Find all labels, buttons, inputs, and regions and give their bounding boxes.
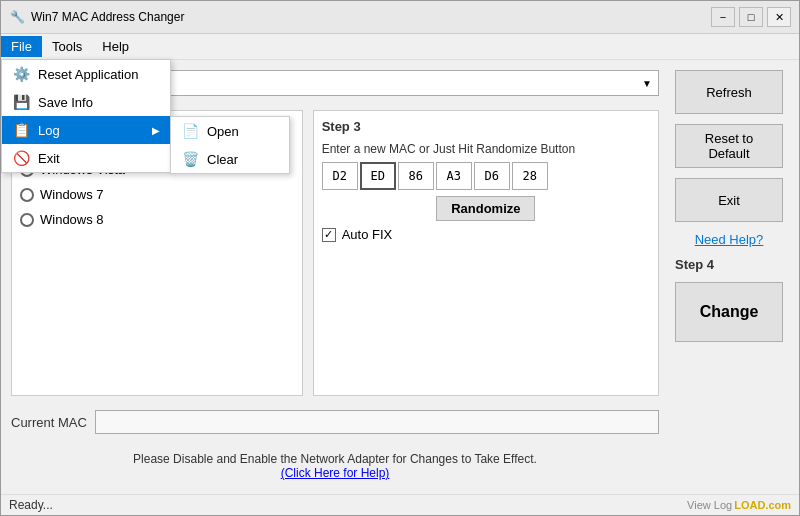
open-label: Open: [207, 124, 239, 139]
open-icon: 📄: [181, 122, 199, 140]
change-button[interactable]: Change: [675, 282, 783, 342]
window-title: Win7 MAC Address Changer: [31, 10, 711, 24]
clear-label: Clear: [207, 152, 238, 167]
auto-fix-row: ✓ Auto FIX: [322, 227, 650, 242]
log-item[interactable]: 📋 Log ▶ 📄 Open 🗑️ Clear: [2, 116, 170, 144]
log-submenu: 📄 Open 🗑️ Clear: [170, 116, 290, 174]
refresh-button[interactable]: Refresh: [675, 70, 783, 114]
exit-item[interactable]: 🚫 Exit: [2, 144, 170, 172]
info-text: Please Disable and Enable the Network Ad…: [11, 448, 659, 484]
exit-icon: 🚫: [12, 149, 30, 167]
help-menu[interactable]: Help: [92, 36, 139, 57]
log-open-item[interactable]: 📄 Open: [171, 117, 289, 145]
menu-bar: File Tools Help ⚙️ Reset Application 💾 S…: [1, 34, 799, 60]
help-link[interactable]: (Click Here for Help): [281, 466, 390, 480]
auto-fix-label: Auto FIX: [342, 227, 393, 242]
radio-windows-7[interactable]: Windows 7: [20, 187, 294, 202]
mac-part-2[interactable]: ED: [360, 162, 396, 190]
log-label: Log: [38, 123, 60, 138]
info-line1: Please Disable and Enable the Network Ad…: [11, 452, 659, 466]
save-label: Save Info: [38, 95, 93, 110]
window-controls: − □ ✕: [711, 7, 791, 27]
file-dropdown: ⚙️ Reset Application 💾 Save Info 📋 Log ▶…: [1, 59, 171, 173]
info-line2[interactable]: (Click Here for Help): [11, 466, 659, 480]
load-logo: View Log LOAD.com: [687, 499, 791, 511]
status-text: Ready...: [9, 498, 53, 512]
chevron-down-icon: ▼: [642, 78, 652, 89]
randomize-area: Randomize: [322, 196, 650, 221]
current-mac-label: Current MAC: [11, 415, 87, 430]
log-clear-item[interactable]: 🗑️ Clear: [171, 145, 289, 173]
mac-part-4[interactable]: A3: [436, 162, 472, 190]
close-button[interactable]: ✕: [767, 7, 791, 27]
right-panel: Refresh Reset to Default Exit Need Help?…: [669, 70, 789, 484]
step3-title: Step 3: [322, 119, 650, 134]
reset-label: Reset Application: [38, 67, 138, 82]
save-icon: 💾: [12, 93, 30, 111]
step3-box: Step 3 Enter a new MAC or Just Hit Rando…: [313, 110, 659, 396]
mac-part-3[interactable]: 86: [398, 162, 434, 190]
status-bar: Ready... View Log LOAD.com: [1, 494, 799, 515]
step3-subtitle: Enter a new MAC or Just Hit Randomize Bu…: [322, 142, 650, 156]
file-menu[interactable]: File: [1, 36, 42, 57]
tools-menu[interactable]: Tools: [42, 36, 92, 57]
save-info-item[interactable]: 💾 Save Info: [2, 88, 170, 116]
app-icon: 🔧: [9, 9, 25, 25]
mac-part-6[interactable]: 28: [512, 162, 548, 190]
current-mac-row: Current MAC: [11, 406, 659, 438]
mac-part-5[interactable]: D6: [474, 162, 510, 190]
radio-win8-label: Windows 8: [40, 212, 104, 227]
title-bar: 🔧 Win7 MAC Address Changer − □ ✕: [1, 1, 799, 34]
current-mac-input[interactable]: [95, 410, 659, 434]
exit-right-button[interactable]: Exit: [675, 178, 783, 222]
radio-win7-input[interactable]: [20, 188, 34, 202]
clear-icon: 🗑️: [181, 150, 199, 168]
reset-application-item[interactable]: ⚙️ Reset Application: [2, 60, 170, 88]
step4-label: Step 4: [675, 257, 714, 272]
minimize-button[interactable]: −: [711, 7, 735, 27]
radio-win8-input[interactable]: [20, 213, 34, 227]
reset-icon: ⚙️: [12, 65, 30, 83]
exit-label: Exit: [38, 151, 60, 166]
logo-text: LOAD.com: [734, 499, 791, 511]
radio-win7-label: Windows 7: [40, 187, 104, 202]
radio-windows-8[interactable]: Windows 8: [20, 212, 294, 227]
reset-to-default-button[interactable]: Reset to Default: [675, 124, 783, 168]
main-window: 🔧 Win7 MAC Address Changer − □ ✕ File To…: [0, 0, 800, 516]
log-icon: 📋: [12, 121, 30, 139]
need-help-link[interactable]: Need Help?: [695, 232, 764, 247]
view-log-link[interactable]: View Log: [687, 499, 732, 511]
randomize-button[interactable]: Randomize: [436, 196, 535, 221]
mac-input-row: D2 ED 86 A3 D6 28: [322, 162, 650, 190]
mac-part-1[interactable]: D2: [322, 162, 358, 190]
maximize-button[interactable]: □: [739, 7, 763, 27]
auto-fix-checkbox[interactable]: ✓: [322, 228, 336, 242]
log-submenu-arrow: ▶: [152, 125, 160, 136]
